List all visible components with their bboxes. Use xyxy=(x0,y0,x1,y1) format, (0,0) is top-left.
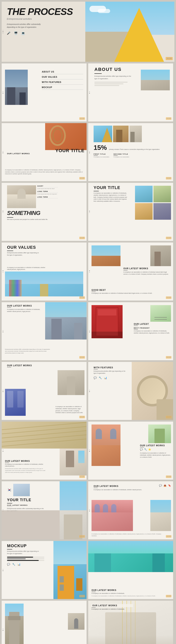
s11r-body: A company is an association or collectio… xyxy=(92,608,133,610)
s4l-body: We trust in process and people for a bet… xyxy=(7,218,53,221)
watermark-6r: 演元网 xyxy=(166,356,172,358)
s4r-img1 xyxy=(135,186,153,202)
s7l-title: OUR LATEST WORKS xyxy=(7,364,83,367)
mic-icon: 🎤 xyxy=(7,32,10,35)
s11r-title: OUR LATEST WORKS xyxy=(92,604,133,607)
slide-8-right: OUR LATEST WORKS 💬 🔧 ⭐ A company is an a… xyxy=(88,422,173,480)
s3r-second-title: SECOND TITLE xyxy=(114,153,130,155)
slide-9-left: 🇰🇷 YOUR TITLE OUR LATEST WORKS Entrepren… xyxy=(2,481,87,539)
page-dots-5l xyxy=(3,270,3,272)
slide-7-left: OUR LATEST WORKS A company is an associa… xyxy=(2,362,87,420)
s4r-img3 xyxy=(135,203,153,220)
hero-title: THE PROCESS xyxy=(7,7,73,16)
watermark-9r: 演元网 xyxy=(166,535,172,538)
s3l-body: A company is an association or collectio… xyxy=(5,169,83,175)
s8l-img-right xyxy=(60,448,87,476)
slide-4-right: YOUR TITLE A company is an association o… xyxy=(88,183,173,241)
watermark-7r: 演元网 xyxy=(166,416,172,418)
s10l-body: Entrepreneurial activities differ type d… xyxy=(7,550,40,555)
s4r-img2 xyxy=(154,186,171,202)
slide-10-right: OUR LATEST WORKS A company is an associa… xyxy=(88,541,173,599)
hero-subtitle: Entrepreneurial activities xyxy=(7,18,73,20)
s5l-subtitle: Entrepreneurial activities differ type d… xyxy=(7,252,40,256)
page-dots xyxy=(3,30,3,34)
watermark-3r: 演元网 xyxy=(166,177,172,180)
s9r-icon3: 🔖 xyxy=(168,484,171,487)
s8r-img2 xyxy=(148,424,171,443)
slide-2-right: ABOUT US Entrepreneurial activities diff… xyxy=(88,64,173,122)
s3r-body1: primary remains There cause a connection… xyxy=(109,148,160,150)
page-dots-3l xyxy=(3,151,3,153)
s10r-body2: A company is an association or collectio… xyxy=(92,595,170,597)
s4l-img1 xyxy=(7,185,36,208)
page-dots-4r xyxy=(89,211,90,213)
watermark-3l: 演元网 xyxy=(79,177,85,180)
page-dots-11l xyxy=(3,629,3,631)
watermark-6l: 演元网 xyxy=(79,356,85,358)
page-dots-9r xyxy=(89,509,90,511)
slide-1-hero: THE PROCESS Entrepreneurial activities E… xyxy=(2,2,174,62)
slide2l-image xyxy=(5,70,28,105)
page-dots-11r xyxy=(89,629,90,631)
watermark-4r: 演元网 xyxy=(166,237,172,239)
page-dots-5r xyxy=(89,270,90,272)
nav-values[interactable]: OUR VALUES xyxy=(42,75,83,80)
s7l-img2 xyxy=(58,370,84,395)
s3l-image xyxy=(45,123,87,150)
watermark-8l: 演元网 xyxy=(79,476,85,478)
s4l-long2: LONG TERM xyxy=(37,196,58,198)
about-body: Entrepreneurial activities differ type d… xyxy=(94,75,132,80)
s6l-image xyxy=(45,302,87,340)
page-dots-3r xyxy=(89,151,90,153)
s6l-body2: Entrepreneurial activities differ substa… xyxy=(5,348,50,354)
s7r-img-main xyxy=(132,362,173,420)
slide-3-right: 15% primary remains There cause a connec… xyxy=(88,123,173,181)
page-dots-7l xyxy=(3,390,3,392)
s7l-body: A company is an association or collectio… xyxy=(55,406,84,414)
slide-9-right: 💬 📤 🔖 OUR LATEST WORKS A company is an a… xyxy=(88,481,173,539)
s5l-body: A company is an association or collectio… xyxy=(7,266,48,271)
s3r-img1 xyxy=(94,126,112,142)
about-image xyxy=(141,70,170,90)
s9r-img-small xyxy=(150,500,171,531)
s8r-title: OUR LATEST WORKS xyxy=(140,444,171,447)
s8l-body1: A company is an association or collectio… xyxy=(5,463,46,468)
s9l-img-top xyxy=(13,484,30,496)
s9r-body1: A company is an association or collectio… xyxy=(94,489,168,491)
watermark-10r: 演元网 xyxy=(166,595,172,597)
s10r-body1: A company is an association or collectio… xyxy=(92,592,170,594)
s9r-body2: A company is an association or collectio… xyxy=(92,533,166,537)
s4l-short: SHORT xyxy=(37,185,58,187)
s7r-body: Entrepreneurial activities differ type d… xyxy=(94,370,127,374)
slide-6-right: OUR LATEST BEST FRIENDNT A company is an… xyxy=(88,302,173,360)
s5l-title: OUR VALUES xyxy=(7,245,83,250)
slide-11-left: OUR LATEST WORKS Entrepreneurial activit… xyxy=(2,601,87,644)
s8r-icon1: 💬 xyxy=(140,448,143,451)
s8r-icon2: 🔧 xyxy=(144,448,147,451)
s4r-body: A company is an association or collectio… xyxy=(94,192,129,202)
s10l-icon2: 🔧 xyxy=(12,563,15,566)
s5r-title: OUR LATEST WORKS xyxy=(123,268,171,270)
slide-2-left: ABOUT US OUR VALUES WITH FEATURES MOCKUP… xyxy=(2,64,87,122)
page-dots-10l xyxy=(3,569,3,571)
watermark-2l: 演元网 xyxy=(79,117,85,120)
s4r-img4 xyxy=(154,203,171,220)
s5l-image xyxy=(5,272,83,296)
nav-features[interactable]: WITH FEATURES xyxy=(42,80,83,84)
slide-5-left: OUR VALUES Entrepreneurial activities di… xyxy=(2,242,87,300)
s9r-icon2: 📤 xyxy=(164,484,167,487)
watermark-8r: 演元网 xyxy=(166,476,172,478)
s6l-body1: A company is an association or collectio… xyxy=(7,308,42,312)
nav-about[interactable]: ABOUT US xyxy=(42,70,83,74)
watermark-4l: 演元网 xyxy=(79,237,85,239)
monitor-icon: 🖥️ xyxy=(14,32,17,35)
watermark-9l: 演元网 xyxy=(79,535,85,538)
s5r-subtitle2: GOOD BEST xyxy=(92,289,171,291)
nav-mockup[interactable]: MOCKUP xyxy=(42,85,83,90)
page-dots-8r xyxy=(89,450,90,452)
watermark-1: 演元网 xyxy=(166,57,173,60)
s10l-icon1: 💬 xyxy=(7,563,10,566)
page-dots-6l xyxy=(3,330,3,332)
page-dots-6r xyxy=(89,330,90,332)
watermark-7l: 演元网 xyxy=(79,416,85,418)
